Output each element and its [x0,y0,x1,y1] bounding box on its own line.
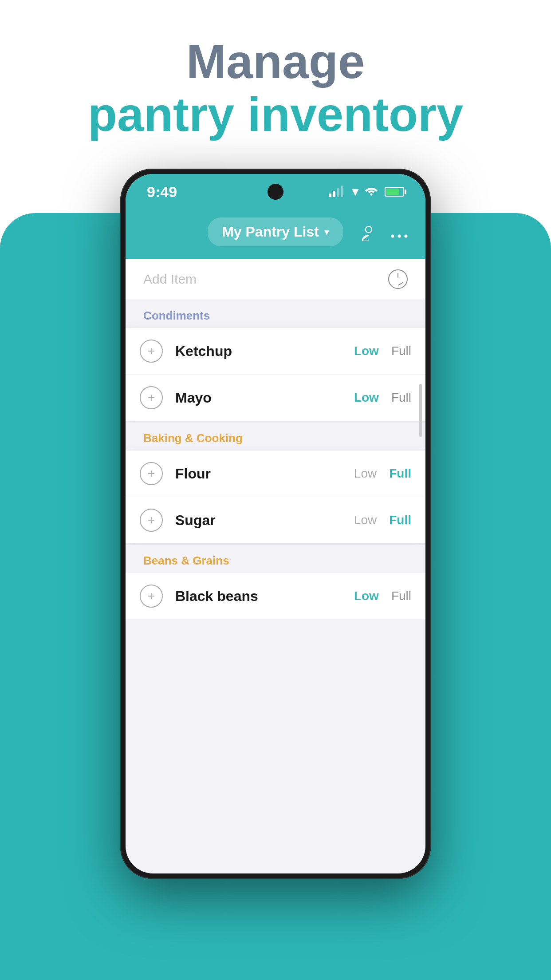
status-time: 9:49 [147,183,177,201]
category-condiments-label: Condiments [143,309,210,322]
add-item-row: Add Item [143,269,408,289]
phone-screen: 9:49 ▼ [126,174,425,873]
phone-wrapper: 9:49 ▼ [120,169,431,879]
beans-card: + Black beans Low Full [126,573,425,619]
mayo-status-full[interactable]: Full [391,391,411,405]
svg-point-2 [398,235,401,238]
add-item-container: Add Item [126,259,425,300]
ketchup-status-low[interactable]: Low [354,344,379,358]
table-row: + Sugar Low Full [126,497,425,543]
item-sugar-name: Sugar [175,512,354,529]
category-baking-header: Baking & Cooking [126,423,425,450]
scroll-indicator[interactable] [419,384,422,437]
hero-section: Manage pantry inventory [0,36,551,141]
hero-line1: Manage [0,36,551,88]
add-sugar-button[interactable]: + [140,509,163,532]
table-row: + Black beans Low Full [126,573,425,619]
add-flour-button[interactable]: + [140,462,163,485]
clock-icon[interactable] [388,269,408,289]
header-right [362,224,408,245]
hero-line2: pantry inventory [0,88,551,141]
category-beans-header: Beans & Grains [126,545,425,573]
category-baking-label: Baking & Cooking [143,431,243,445]
ketchup-status-full[interactable]: Full [391,344,411,358]
svg-point-0 [370,193,373,195]
item-flour-name: Flour [175,466,354,482]
add-ketchup-button[interactable]: + [140,340,163,363]
category-beans-section: Beans & Grains + Black beans Low Full [126,545,425,619]
add-item-input[interactable]: Add Item [143,272,197,287]
pantry-dropdown[interactable]: My Pantry List ▾ [208,217,343,246]
dropdown-arrow-icon: ▾ [324,226,329,238]
status-icons: ▼ [329,185,404,199]
svg-point-3 [405,235,408,238]
battery-icon [385,187,404,197]
add-blackbeans-button[interactable]: + [140,585,163,608]
svg-point-1 [391,235,394,238]
item-blackbeans-name: Black beans [175,588,354,605]
category-condiments-section: Condiments + Ketchup Low Full + [126,300,425,421]
blackbeans-status-full[interactable]: Full [391,589,411,603]
add-user-icon[interactable] [362,224,380,245]
category-beans-label: Beans & Grains [143,554,229,567]
category-condiments-header: Condiments [126,300,425,328]
table-row: + Mayo Low Full [126,375,425,421]
sugar-status-low[interactable]: Low [354,513,377,527]
signal-icon [329,186,343,197]
sugar-status-full[interactable]: Full [389,513,411,527]
mayo-status-low[interactable]: Low [354,391,379,405]
category-baking-section: Baking & Cooking + Flour Low Full + [126,423,425,543]
item-mayo-name: Mayo [175,390,354,406]
baking-card: + Flour Low Full + Sugar Low Full [126,450,425,543]
condiments-card: + Ketchup Low Full + Mayo Low Full [126,328,425,421]
item-ketchup-name: Ketchup [175,343,354,360]
blackbeans-status-low[interactable]: Low [354,589,379,603]
more-options-icon[interactable] [391,225,408,243]
app-header: My Pantry List ▾ [126,209,425,259]
battery-fill [386,189,399,195]
flour-status-full[interactable]: Full [389,466,411,481]
phone-frame: 9:49 ▼ [120,169,431,879]
table-row: + Flour Low Full [126,450,425,497]
table-row: + Ketchup Low Full [126,328,425,375]
wifi-icon: ▼ [350,185,378,199]
pantry-title: My Pantry List [222,224,319,240]
add-mayo-button[interactable]: + [140,386,163,409]
camera-notch [268,184,283,200]
flour-status-low[interactable]: Low [354,466,377,481]
